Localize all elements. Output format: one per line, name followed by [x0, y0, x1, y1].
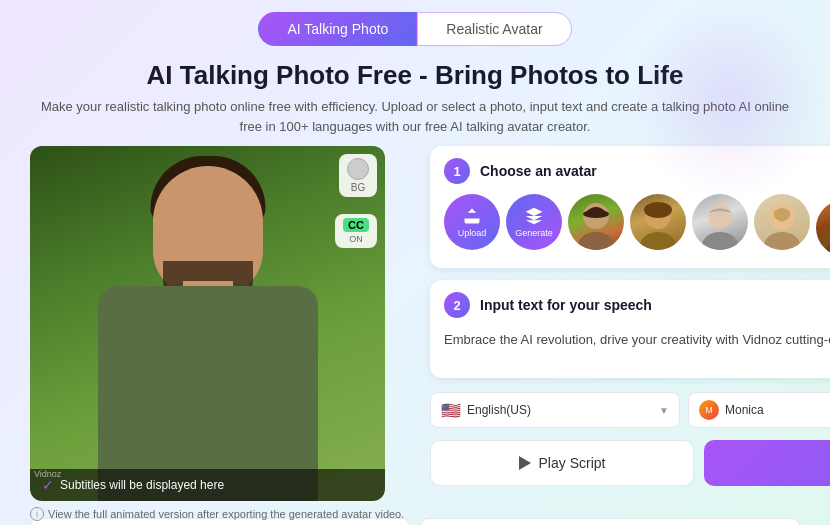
- flag-icon: 🇺🇸: [441, 401, 461, 420]
- page-subtitle: Make your realistic talking photo online…: [40, 97, 790, 136]
- avatar-face-svg-3: [692, 194, 748, 250]
- step1-title: Choose an avatar: [480, 163, 597, 179]
- play-script-label: Play Script: [539, 455, 606, 471]
- svg-point-11: [826, 238, 830, 256]
- voice-label: Monica: [725, 403, 830, 417]
- step2-header: 2 Input text for your speech 83/300: [444, 292, 830, 318]
- cc-status: ON: [349, 234, 363, 244]
- bg-icon: [347, 158, 369, 180]
- info-text-row: i View the full animated version after e…: [30, 507, 410, 521]
- avatar-upload-button[interactable]: Upload: [444, 194, 500, 250]
- generate-video-button[interactable]: 📹 Generate Video: [704, 440, 830, 486]
- avatar-face-svg-2: [630, 194, 686, 250]
- video-container: BG CC ON ✓ Subtitles will be displayed h…: [30, 146, 385, 501]
- voice-selector[interactable]: M Monica ▼: [688, 392, 830, 428]
- avatar-scroll: Upload Generate: [444, 194, 830, 256]
- avatar-5[interactable]: [816, 200, 830, 256]
- cc-label: CC: [343, 218, 369, 232]
- language-label: English(US): [467, 403, 653, 417]
- svg-point-9: [764, 232, 800, 250]
- avatar-2[interactable]: [630, 194, 686, 250]
- step2-title: Input text for your speech: [480, 297, 652, 313]
- page-title: AI Talking Photo Free - Bring Photos to …: [40, 60, 790, 91]
- ai-icon: [524, 206, 544, 226]
- right-panel: 1 Choose an avatar Upload: [410, 146, 830, 516]
- avatar-face-svg-1: [568, 194, 624, 250]
- step2-number: 2: [444, 292, 470, 318]
- svg-point-5: [644, 202, 672, 218]
- check-icon: ✓: [42, 477, 54, 493]
- upload-label: Upload: [458, 228, 487, 238]
- subtitle-text: Subtitles will be displayed here: [60, 478, 224, 492]
- voice-avatar-icon: M: [699, 400, 719, 420]
- avatar-preview: [30, 146, 385, 501]
- play-script-button[interactable]: Play Script: [430, 440, 694, 486]
- generate-label: Generate: [515, 228, 553, 238]
- step1-number: 1: [444, 158, 470, 184]
- info-icon: i: [30, 507, 44, 521]
- step2-section: 2 Input text for your speech 83/300 Embr…: [430, 280, 830, 378]
- bg-button[interactable]: BG: [339, 154, 377, 197]
- play-icon: [519, 456, 531, 470]
- avatar-head: [153, 166, 263, 296]
- hero-section: AI Talking Photo Free - Bring Photos to …: [0, 54, 830, 146]
- avatar-face-svg-5: [816, 200, 830, 256]
- cc-button[interactable]: CC ON: [335, 214, 377, 248]
- svg-point-7: [702, 232, 738, 250]
- watermark: Vidnoz: [34, 469, 61, 479]
- upload-icon: [462, 206, 482, 226]
- chevron-icon: ▼: [659, 405, 669, 416]
- avatar-row-2: [816, 200, 830, 256]
- avatar-generate-button[interactable]: Generate: [506, 194, 562, 250]
- avatar-1[interactable]: [568, 194, 624, 250]
- tab-realistic-avatar[interactable]: Realistic Avatar: [417, 12, 571, 46]
- avatar-4[interactable]: [754, 194, 810, 250]
- subtitle-bar: ✓ Subtitles will be displayed here: [30, 469, 385, 501]
- bg-label: BG: [351, 182, 365, 193]
- left-panel: BG CC ON ✓ Subtitles will be displayed h…: [30, 146, 410, 516]
- avatar-3[interactable]: [692, 194, 748, 250]
- step1-header: 1 Choose an avatar: [444, 158, 830, 184]
- step1-section: 1 Choose an avatar Upload: [430, 146, 830, 268]
- main-content: BG CC ON ✓ Subtitles will be displayed h…: [0, 146, 830, 516]
- svg-point-6: [708, 204, 732, 228]
- action-row: Play Script 📹 Generate Video: [430, 440, 830, 486]
- avatar-face-svg-4: [754, 194, 810, 250]
- selectors-row: 🇺🇸 English(US) ▼ M Monica ▼ ♪ Normal ▼: [430, 392, 830, 428]
- tab-ai-talking-photo[interactable]: AI Talking Photo: [258, 12, 417, 46]
- unlock-voice-button[interactable]: ★PRO Unlock voice limits: [420, 518, 800, 525]
- svg-point-4: [640, 232, 676, 250]
- speech-text[interactable]: Embrace the AI revolution, drive your cr…: [444, 326, 830, 366]
- avatar-row-1: Upload Generate: [444, 194, 810, 256]
- svg-point-1: [578, 232, 614, 250]
- info-text: View the full animated version after exp…: [48, 508, 404, 520]
- tab-bar: AI Talking Photo Realistic Avatar: [0, 0, 830, 54]
- language-selector[interactable]: 🇺🇸 English(US) ▼: [430, 392, 680, 428]
